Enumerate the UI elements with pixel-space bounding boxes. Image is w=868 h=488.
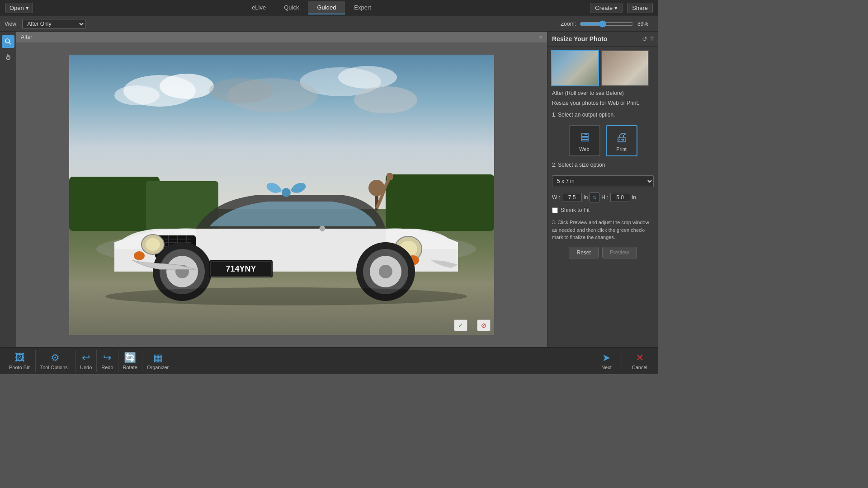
zoom-section: Zoom: 89% bbox=[561, 20, 654, 28]
svg-point-6 bbox=[338, 66, 397, 89]
tool-options-icon: ⚙ bbox=[51, 352, 60, 364]
zoom-label: Zoom: bbox=[561, 21, 576, 27]
height-input[interactable] bbox=[610, 193, 630, 202]
width-unit: in bbox=[584, 194, 588, 201]
next-label: Next bbox=[601, 365, 612, 370]
right-panel: Resize Your Photo ↺ ? After (Roll over t… bbox=[547, 32, 658, 347]
separator: : bbox=[471, 321, 473, 330]
tab-expert[interactable]: Expert bbox=[345, 1, 380, 14]
bottom-divider bbox=[622, 352, 622, 370]
search-tool-button[interactable] bbox=[2, 35, 14, 48]
tool-options-button[interactable]: ⚙ Tool Options : bbox=[36, 350, 75, 372]
car-illustration: 714YNY ✓ bbox=[69, 55, 494, 335]
svg-rect-42 bbox=[387, 173, 393, 180]
svg-point-40 bbox=[282, 188, 291, 197]
panel-title: Resize Your Photo bbox=[552, 35, 607, 42]
svg-point-9 bbox=[209, 78, 273, 103]
width-label: W : bbox=[552, 194, 560, 201]
create-label: Create bbox=[595, 5, 613, 11]
main-layout: After × bbox=[0, 32, 658, 347]
tab-guided[interactable]: Guided bbox=[308, 1, 345, 14]
undo-icon: ↩ bbox=[82, 352, 90, 364]
create-button[interactable]: Create ▾ bbox=[590, 3, 623, 13]
step1-section: 1. Select an output option. bbox=[547, 110, 658, 125]
photo-bin-button[interactable]: 🖼 Photo Bin bbox=[5, 350, 36, 372]
preview-button[interactable]: Preview bbox=[602, 247, 637, 258]
panel-info-button[interactable]: ? bbox=[650, 35, 654, 42]
svg-text:714YNY: 714YNY bbox=[226, 264, 256, 273]
web-output-button[interactable]: 🖥 Web bbox=[569, 125, 600, 156]
open-button[interactable]: Open ▾ bbox=[5, 3, 33, 13]
width-input[interactable] bbox=[562, 193, 582, 202]
open-dropdown-icon: ▾ bbox=[26, 5, 29, 11]
print-output-button[interactable]: 🖨 Print bbox=[606, 125, 637, 156]
shrink-to-fit-checkbox[interactable] bbox=[552, 207, 558, 213]
thumbnail-1[interactable] bbox=[551, 50, 599, 86]
view-select[interactable]: After Only Before Only Before & After - … bbox=[22, 19, 85, 29]
web-label: Web bbox=[579, 146, 589, 152]
photo-thumbnails bbox=[547, 47, 658, 86]
undo-label: Undo bbox=[80, 365, 92, 370]
photo-bin-icon: 🖼 bbox=[15, 352, 25, 364]
zoom-value: 89% bbox=[637, 21, 654, 27]
action-buttons: Reset Preview bbox=[547, 245, 658, 262]
organizer-button[interactable]: ▦ Organizer bbox=[142, 350, 173, 372]
svg-point-24 bbox=[146, 238, 160, 251]
output-options: 🖥 Web 🖨 Print bbox=[547, 125, 658, 160]
height-unit: in bbox=[632, 194, 636, 201]
svg-point-7 bbox=[354, 86, 417, 113]
cancel-button[interactable]: ✕ Cancel bbox=[626, 350, 654, 372]
thumbnail-2[interactable] bbox=[601, 50, 649, 86]
svg-rect-12 bbox=[386, 174, 494, 231]
nav-tabs: eLive Quick Guided Expert bbox=[243, 1, 380, 14]
organizer-label: Organizer bbox=[147, 365, 169, 370]
svg-line-1 bbox=[9, 42, 11, 44]
top-bar-right: Create ▾ Share bbox=[590, 3, 653, 13]
redo-icon: ↪ bbox=[103, 352, 111, 364]
monitor-icon: 🖥 bbox=[578, 130, 591, 145]
top-bar: Open ▾ eLive Quick Guided Expert Create … bbox=[0, 0, 658, 16]
svg-point-43 bbox=[320, 226, 325, 231]
tab-elive[interactable]: eLive bbox=[243, 1, 275, 14]
canvas-inner: 714YNY ✓ bbox=[16, 42, 547, 347]
shrink-label: Shrink to Fit bbox=[561, 207, 590, 213]
panel-icons: ↺ ? bbox=[642, 35, 654, 42]
open-label: Open bbox=[9, 5, 24, 11]
step2-section: 2. Select a size option bbox=[547, 160, 658, 175]
step3-instructions: 3. Click Preview and adjust the crop win… bbox=[547, 217, 658, 245]
cancel-crop-button[interactable]: ⊘ bbox=[477, 319, 491, 331]
panel-description: Resize your photos for Web or Print. bbox=[547, 100, 658, 110]
step1-label: 1. Select an output option. bbox=[552, 112, 654, 118]
redo-button[interactable]: ↪ Redo bbox=[97, 350, 118, 372]
crop-action-buttons: ✓ : ⊘ bbox=[454, 319, 491, 331]
rotate-button[interactable]: 🔄 Rotate bbox=[118, 350, 142, 372]
secondary-toolbar: View: After Only Before Only Before & Af… bbox=[0, 16, 658, 32]
zoom-slider[interactable] bbox=[580, 20, 634, 28]
undo-button[interactable]: ↩ Undo bbox=[75, 350, 97, 372]
close-canvas-button[interactable]: × bbox=[539, 33, 542, 41]
panel-header: Resize Your Photo ↺ ? bbox=[547, 32, 658, 47]
dimensions-row: W : in ⇅ H : in bbox=[547, 191, 658, 206]
size-select[interactable]: 5 x 7 in 4 x 6 in 3.5 x 5 in 8 x 10 in C… bbox=[552, 175, 654, 187]
confirm-crop-button[interactable]: ✓ bbox=[454, 319, 467, 331]
top-bar-left: Open ▾ bbox=[5, 3, 33, 13]
svg-point-4 bbox=[114, 85, 160, 105]
rotate-label: Rotate bbox=[123, 365, 137, 370]
svg-point-27 bbox=[134, 251, 145, 260]
photo-bin-label: Photo Bin bbox=[9, 365, 31, 370]
panel-refresh-button[interactable]: ↺ bbox=[642, 35, 647, 42]
hand-tool-button[interactable] bbox=[2, 51, 14, 63]
after-label: After bbox=[21, 34, 32, 40]
height-label: H : bbox=[601, 194, 608, 201]
redo-label: Redo bbox=[101, 365, 113, 370]
share-button[interactable]: Share bbox=[627, 3, 653, 13]
shrink-row: Shrink to Fit bbox=[547, 206, 658, 217]
step2-label: 2. Select a size option bbox=[552, 162, 654, 168]
next-button[interactable]: ➤ Next bbox=[595, 350, 618, 372]
reset-button[interactable]: Reset bbox=[569, 247, 598, 258]
tab-quick[interactable]: Quick bbox=[275, 1, 308, 14]
link-dimensions-button[interactable]: ⇅ bbox=[590, 192, 599, 202]
tool-options-label: Tool Options : bbox=[40, 365, 71, 370]
svg-point-0 bbox=[5, 39, 9, 43]
cancel-label: Cancel bbox=[632, 365, 647, 370]
